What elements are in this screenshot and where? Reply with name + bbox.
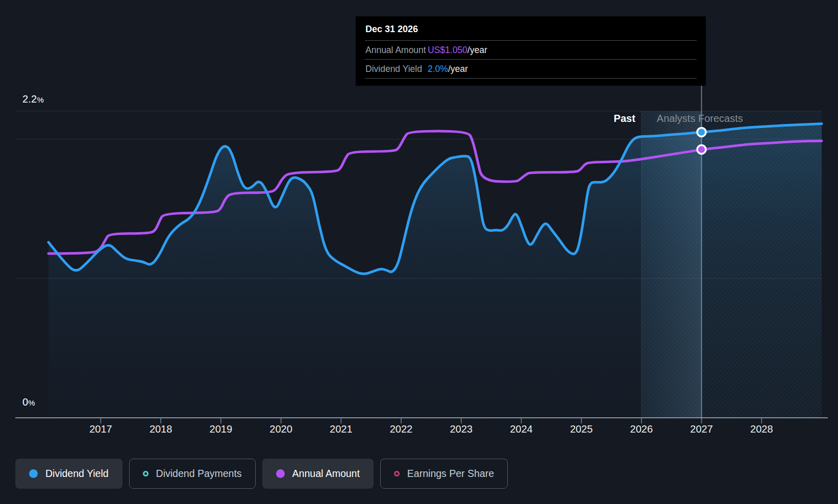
x-axis-label: 2020: [258, 423, 304, 435]
hover-tooltip: Dec 31 2026 Annual Amount US$1.050 /year…: [356, 16, 706, 86]
x-axis-label: 2022: [378, 423, 424, 435]
dividend-yield-dot-icon: [29, 469, 38, 478]
tooltip-value: US$1.050: [428, 45, 467, 56]
y-axis-label-top: 2.2%: [22, 93, 44, 105]
tooltip-label: Annual Amount: [365, 45, 428, 56]
tooltip-suffix: /year: [467, 45, 487, 56]
x-axis-label: 2025: [558, 423, 604, 435]
tooltip-value: 2.0%: [428, 64, 448, 74]
x-axis-label: 2027: [679, 423, 725, 435]
x-axis-label: 2023: [438, 423, 484, 435]
x-axis-label: 2021: [318, 423, 364, 435]
legend-dividend-yield-button[interactable]: Dividend Yield: [15, 459, 122, 489]
past-region-label: Past: [614, 113, 635, 124]
amount-hover-marker: [697, 145, 706, 154]
tooltip-divider: [365, 78, 697, 79]
annual-amount-dot-icon: [276, 469, 285, 478]
legend-label: Earnings Per Share: [407, 468, 494, 480]
dividend-chart: 2.2% 0% 2017 2018 2019 2020 2021 2022 20…: [0, 0, 838, 504]
legend-earnings-per-share-button[interactable]: Earnings Per Share: [380, 459, 508, 489]
x-axis-label: 2017: [78, 423, 124, 435]
tooltip-row-annual-amount: Annual Amount US$1.050 /year: [356, 41, 706, 59]
legend-label: Annual Amount: [292, 468, 360, 480]
earnings-per-share-ring-icon: [394, 471, 400, 476]
y-axis-label-bottom: 0%: [22, 396, 35, 408]
tooltip-suffix: /year: [448, 64, 468, 74]
legend-dividend-payments-button[interactable]: Dividend Payments: [129, 459, 256, 489]
x-axis-label: 2019: [198, 423, 244, 435]
legend-label: Dividend Payments: [156, 468, 242, 480]
legend: Dividend Yield Dividend Payments Annual …: [15, 459, 508, 489]
tooltip-date: Dec 31 2026: [356, 16, 706, 40]
analysts-forecasts-label: Analysts Forecasts: [657, 113, 743, 124]
tooltip-label: Dividend Yield: [365, 64, 428, 74]
dividend-payments-ring-icon: [143, 471, 149, 476]
tooltip-row-dividend-yield: Dividend Yield 2.0% /year: [356, 60, 706, 78]
yield-hover-marker: [697, 128, 706, 136]
legend-label: Dividend Yield: [45, 468, 109, 480]
legend-annual-amount-button[interactable]: Annual Amount: [262, 459, 374, 489]
x-axis-label: 2026: [619, 423, 664, 435]
x-axis-label: 2028: [738, 423, 784, 435]
x-axis-label: 2018: [138, 423, 184, 435]
x-axis-label: 2024: [498, 423, 544, 435]
